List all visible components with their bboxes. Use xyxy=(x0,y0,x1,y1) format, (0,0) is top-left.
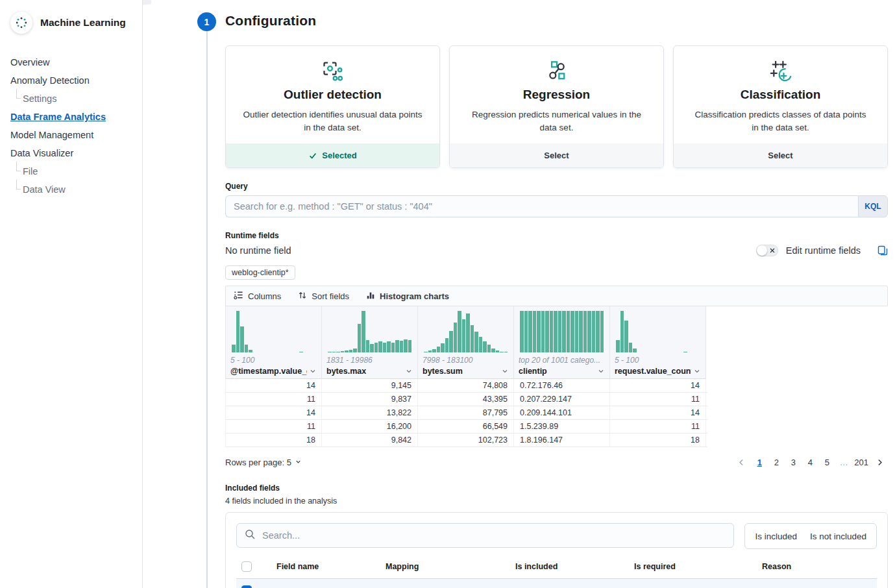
page-button-201[interactable]: 201 xyxy=(853,456,869,469)
page-button-3[interactable]: 3 xyxy=(786,456,800,469)
job-type-card-classification[interactable]: ClassificationClassification predicts cl… xyxy=(673,45,888,168)
data-grid-cell[interactable]: 18 xyxy=(226,434,322,447)
data-grid-cell[interactable]: 9,837 xyxy=(322,393,418,406)
data-grid-cell[interactable]: 11 xyxy=(226,420,322,433)
select-button[interactable]: Select xyxy=(674,143,887,167)
histogram-bar xyxy=(596,311,600,352)
data-grid-cell[interactable]: 14 xyxy=(610,379,706,392)
grid-column-header-bytes-sum[interactable]: 7998 - 183100bytes.sum xyxy=(418,306,514,379)
histogram-chart-timestamp-value-count xyxy=(230,311,317,352)
column-name: bytes.max xyxy=(326,367,403,376)
data-grid-cell[interactable]: 87,795 xyxy=(418,406,514,419)
classification-icon xyxy=(691,59,870,84)
filter-button-is-included[interactable]: Is included xyxy=(748,524,803,548)
field-row-timestamp-value-count: @timestamp.value_countlongYesNo xyxy=(236,579,877,588)
sidebar-item-overview[interactable]: Overview xyxy=(0,53,142,71)
field-checkbox[interactable] xyxy=(241,585,252,588)
selected-indicator[interactable]: Selected xyxy=(226,143,439,167)
sidebar-item-data-frame-analytics[interactable]: Data Frame Analytics xyxy=(0,108,142,126)
column-name-row: @timestamp.value_count xyxy=(230,367,317,376)
field-name: @timestamp.value_count xyxy=(271,586,380,588)
histogram-bar xyxy=(353,349,357,352)
column-menu-chevron-icon[interactable] xyxy=(403,367,413,375)
histogram-bar xyxy=(345,350,349,352)
next-page-icon[interactable] xyxy=(872,457,888,468)
data-grid-cell[interactable]: 14 xyxy=(226,379,322,392)
data-grid-cell[interactable]: 9,842 xyxy=(322,434,418,447)
page-button-2[interactable]: 2 xyxy=(769,456,783,469)
page-button-4[interactable]: 4 xyxy=(803,456,817,469)
previous-page-icon[interactable] xyxy=(733,457,750,468)
data-grid-cell[interactable]: 66,549 xyxy=(418,420,514,433)
sidebar-item-data-visualizer[interactable]: Data Visualizer xyxy=(0,144,142,162)
data-grid-cell[interactable]: 1.5.239.89 xyxy=(514,420,610,433)
histogram-bar xyxy=(629,343,633,352)
histogram-bar xyxy=(550,311,554,352)
job-type-card-regression[interactable]: RegressionRegression predicts numerical … xyxy=(449,45,664,168)
data-grid-cell[interactable]: 14 xyxy=(610,406,706,419)
column-menu-chevron-icon[interactable] xyxy=(307,367,317,375)
sidebar: Machine Learning OverviewAnomaly Detecti… xyxy=(0,0,143,588)
histogram-bar xyxy=(554,311,558,352)
histogram-bar xyxy=(458,311,461,352)
data-grid-cell[interactable]: 16,200 xyxy=(322,420,418,433)
column-range-label: 5 - 100 xyxy=(615,356,701,365)
grid-column-header-bytes-max[interactable]: 1831 - 19986bytes.max xyxy=(322,306,418,379)
checkbox-cell xyxy=(236,585,271,588)
page-button-1[interactable]: 1 xyxy=(752,456,766,469)
sidebar-item-data-view[interactable]: Data View xyxy=(0,180,142,199)
data-grid-cell[interactable]: 1.8.196.147 xyxy=(514,434,610,447)
edit-runtime-fields-toggle[interactable] xyxy=(756,245,778,256)
data-grid-cell[interactable]: 11 xyxy=(610,393,706,406)
histogram-bar xyxy=(400,341,404,352)
query-language-button[interactable]: KQL xyxy=(858,195,888,217)
data-grid-cell[interactable]: 13,822 xyxy=(322,406,418,419)
data-grid-header: 5 - 100@timestamp.value_count1831 - 1998… xyxy=(225,306,707,379)
sidebar-item-file[interactable]: File xyxy=(0,162,142,180)
column-menu-chevron-icon[interactable] xyxy=(691,367,701,375)
edit-runtime-fields-label[interactable]: Edit runtime fields xyxy=(786,245,861,256)
column-menu-chevron-icon[interactable] xyxy=(499,367,509,375)
histogram-bar xyxy=(587,311,591,352)
data-grid-cell[interactable]: 0.209.144.101 xyxy=(514,406,610,419)
data-grid-cell[interactable]: 0.207.229.147 xyxy=(514,393,610,406)
histogram-charts-button[interactable]: Histogram charts xyxy=(366,291,449,302)
grid-column-header-clientip[interactable]: top 20 of 1001 catego...clientip xyxy=(514,306,610,379)
copy-to-clipboard-icon[interactable] xyxy=(877,245,888,256)
sidebar-item-anomaly-detection[interactable]: Anomaly Detection xyxy=(0,71,142,90)
runtime-fields-status: No runtime field xyxy=(225,245,291,256)
column-menu-chevron-icon[interactable] xyxy=(595,367,605,375)
grid-column-header-request-value-count[interactable]: 5 - 100request.value_count xyxy=(610,306,706,379)
app-home-link[interactable]: Machine Learning xyxy=(0,0,142,39)
histogram-chart-clientip xyxy=(519,311,605,352)
data-grid-cell[interactable]: 14 xyxy=(226,406,322,419)
data-grid-cell[interactable]: 11 xyxy=(610,420,706,433)
data-grid-cell[interactable]: 74,808 xyxy=(418,379,514,392)
columns-button[interactable]: Columns xyxy=(234,290,281,302)
column-range-label: 7998 - 183100 xyxy=(423,356,509,365)
sort-fields-button[interactable]: Sort fields xyxy=(298,291,349,302)
fields-search-input[interactable] xyxy=(261,530,726,541)
sidebar-item-model-management[interactable]: Model Management xyxy=(0,126,142,144)
page-button-5[interactable]: 5 xyxy=(820,456,834,469)
data-grid-cell[interactable]: 43,395 xyxy=(418,393,514,406)
job-type-card-outlier-detection[interactable]: Outlier detectionOutlier detection ident… xyxy=(225,45,440,168)
select-all-checkbox[interactable] xyxy=(241,561,252,572)
data-grid-cell[interactable]: 11 xyxy=(226,393,322,406)
histogram-bar xyxy=(567,311,570,352)
fields-search-box xyxy=(236,523,734,548)
data-grid-cell[interactable]: 9,145 xyxy=(322,379,418,392)
select-button[interactable]: Select xyxy=(450,143,663,167)
filter-button-is-not-included[interactable]: Is not included xyxy=(803,524,873,548)
data-grid-cell[interactable]: 102,723 xyxy=(418,434,514,447)
rows-per-page-button[interactable]: Rows per page: 5 xyxy=(225,458,302,467)
grid-column-header-timestamp-value-count[interactable]: 5 - 100@timestamp.value_count xyxy=(226,306,322,379)
data-grid-cell[interactable]: 18 xyxy=(610,434,706,447)
sidebar-item-settings[interactable]: Settings xyxy=(0,90,142,108)
histogram-bar xyxy=(583,311,587,352)
histogram-bar xyxy=(358,324,362,352)
data-grid-row: 1413,82287,7950.209.144.10114 xyxy=(226,406,707,420)
fields-header-is-required: Is required xyxy=(629,562,757,571)
query-search-input[interactable] xyxy=(225,195,858,217)
data-grid-cell[interactable]: 0.72.176.46 xyxy=(514,379,610,392)
